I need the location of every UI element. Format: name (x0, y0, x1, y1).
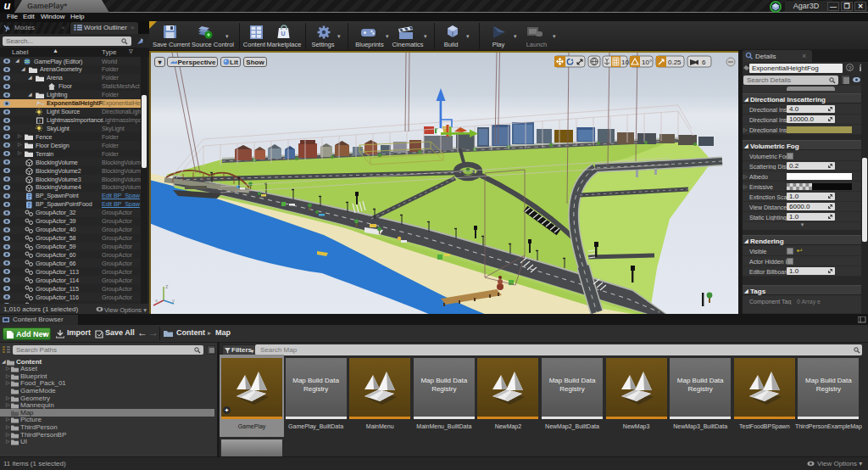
svg-text:10°: 10° (642, 59, 652, 66)
svg-text:x: x (155, 298, 158, 303)
svg-text:y: y (172, 298, 175, 303)
svg-text:z: z (165, 283, 169, 289)
svg-text:U: U (281, 31, 286, 36)
svg-text:10: 10 (621, 59, 629, 66)
svg-text:6: 6 (702, 59, 706, 66)
svg-text:!: ! (39, 119, 41, 124)
svg-text:0.25: 0.25 (668, 59, 682, 66)
